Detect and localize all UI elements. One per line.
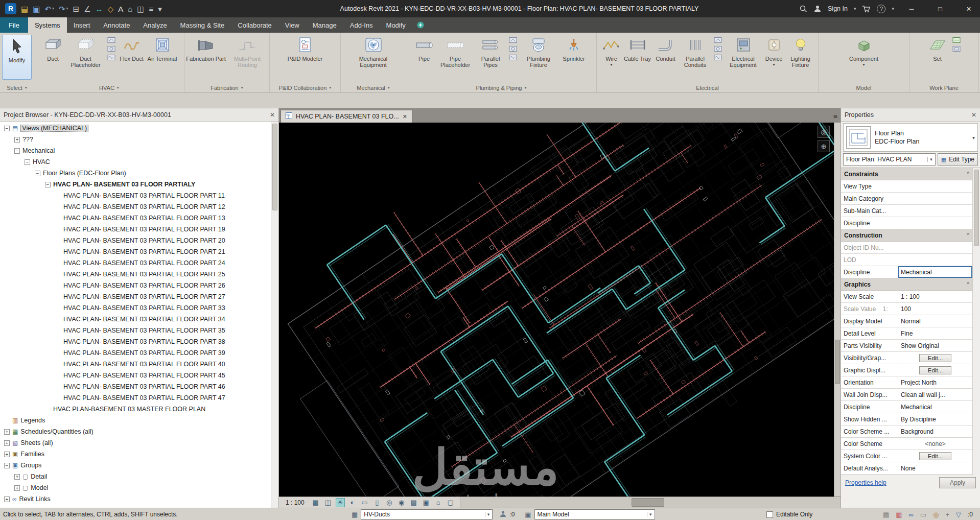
tab-list-button[interactable]: ≡ [833,112,837,121]
editing-requests-icon[interactable]: ▥ [896,511,902,518]
dialog-launcher-icon[interactable]: ▾ [117,85,119,90]
temporary-view-properties-icon[interactable]: ▣ [422,498,431,507]
tree-item[interactable]: HVAC PLAN- BASEMENT 03 PARTIAL FLOOR PAR… [0,291,278,302]
property-value[interactable]: 100 [898,303,972,315]
measure-icon[interactable]: ∠ [84,5,90,13]
pipe-button[interactable]: Pipe [412,34,436,82]
collapse-icon[interactable]: − [4,126,10,131]
canvas-horizontal-scrollbar[interactable] [460,497,841,508]
tree-item[interactable]: HVAC PLAN- BASEMENT 03 PARTIAL FLOOR PAR… [0,336,278,347]
panel-label-hvac[interactable]: HVAC▾ [34,83,184,92]
drawing-canvas[interactable]: مستقل mustaql.com ◎⊕ [279,123,834,497]
collapse-icon[interactable]: − [4,463,10,468]
edit-button[interactable]: Edit... [919,366,951,374]
tree-item[interactable]: +▣Families [0,448,278,460]
tag-icon[interactable]: ◇ [108,5,114,13]
revit-logo[interactable]: R [5,3,16,14]
tree-item[interactable]: HVAC PLAN- BASEMENT 03 PARTIAL FLOOR PAR… [0,280,278,291]
edit-button[interactable]: Edit... [919,452,951,460]
ribbon-tab-file[interactable]: File [0,17,28,33]
editing-requests-person-icon[interactable] [500,510,506,519]
collapse-icon[interactable]: − [25,159,30,165]
ribbon-tab-annotate[interactable]: Annotate [97,17,136,33]
section-collapse-icon[interactable]: ^ [967,232,969,238]
help-icon[interactable]: ? [877,5,885,13]
edit-button[interactable]: Edit... [919,354,951,362]
lighting-fixture-button[interactable]: Lighting Fixture [786,34,815,82]
analytical-model-icon[interactable]: ⌂ [434,498,443,507]
ribbon-tab-modify[interactable]: Modify [380,17,412,33]
select-links-toggle-icon[interactable]: ∞ [908,511,913,518]
crop-view-icon[interactable]: ▭ [360,498,369,507]
collapse-icon[interactable]: − [35,171,40,176]
sprinkler-button[interactable]: Sprinkler [557,34,590,82]
caret-down-icon[interactable]: ▾ [66,7,68,11]
panel-label-workplane[interactable]: Work Plane [909,83,978,92]
pipe-accessory-icon[interactable] [509,45,517,52]
set-work-plane-button[interactable]: Set [925,34,950,82]
dialog-launcher-icon[interactable]: ▾ [388,85,390,90]
panel-label-mechanical[interactable]: Mechanical▾ [341,83,406,92]
tree-item[interactable]: HVAC PLAN- BASEMENT 03 PARTIAL FLOOR PAR… [0,302,278,314]
collapse-icon[interactable]: − [45,182,51,187]
active-workset-dropdown[interactable]: HV-Ducts ▾ [361,509,493,519]
property-value[interactable]: Edit... [898,364,972,376]
duct-fitting-icon[interactable] [107,37,115,43]
panel-label-model[interactable]: Model [819,83,909,92]
apply-button[interactable]: Apply [939,477,976,488]
tree-item[interactable]: −HVAC PLAN- BASEMENT 03 FLOOR PARTIALY [0,179,278,190]
tree-item[interactable]: −HVAC [0,156,278,168]
air-terminal-button[interactable]: Air Terminal [146,34,179,82]
constraints-visibility-icon[interactable]: ▢ [446,498,455,507]
section-collapse-icon[interactable]: ^ [967,281,969,287]
flex-pipe-icon[interactable] [509,54,517,61]
view-tab[interactable]: HVAC PLAN- BASEMENT 03 FLO... ✕ [281,110,412,123]
user-icon[interactable] [813,5,822,13]
property-value[interactable]: 1 : 100 [898,291,972,302]
mechanical-equipment-button[interactable]: Mechanical Equipment [348,34,399,82]
aligned-dimension-icon[interactable]: ↔ [96,5,103,13]
duct-accessory-icon[interactable] [107,45,115,52]
tree-item[interactable]: HVAC PLAN- BASEMENT 03 PARTIAL FLOOR PAR… [0,325,278,336]
redo-icon[interactable]: ↷▾ [59,5,68,13]
ribbon-tab-analyze[interactable]: Analyze [136,17,173,33]
undo-icon[interactable]: ↶▾ [44,5,54,13]
tree-item[interactable]: HVAC PLAN- BASEMENT 03 PARTIAL FLOOR PAR… [0,370,278,381]
tree-item[interactable]: HVAC PLAN- BASEMENT 03 PARTIAL FLOOR PAR… [0,269,278,280]
fabrication-part-button[interactable]: Fabrication Part [185,34,226,82]
property-value[interactable]: By Discipline [898,413,972,425]
help-caret-icon[interactable]: ▾ [892,6,894,11]
detail-level-icon[interactable]: ▦ [311,498,320,507]
pipe-placeholder-button[interactable]: Pipe Placeholder [436,34,475,82]
type-selector-box[interactable]: Floor PlanEDC-Floor Plan ▾ [843,123,978,152]
chevron-down-icon[interactable]: ▾ [972,135,975,140]
edit-type-button[interactable]: ▦ Edit Type [938,153,978,166]
property-value[interactable]: Mechanical [898,266,972,278]
property-value[interactable]: Normal [898,315,972,327]
expand-icon[interactable]: + [4,440,10,446]
tree-item[interactable]: −Floor Plans (EDC-Floor Plan) [0,168,278,179]
tree-item[interactable]: +▢Model [0,482,278,493]
restore-button[interactable]: □ [929,0,951,17]
tree-item[interactable]: −▤Views (MECHANICAL) [0,123,278,134]
ribbon-utility-icon[interactable] [412,17,429,33]
tree-item[interactable]: +▢Detail [0,471,278,482]
editable-only-checkbox[interactable] [766,511,773,518]
properties-help-link[interactable]: Properties help [845,479,886,486]
panel-label-plumbing[interactable]: Plumbing & Piping▾ [406,83,596,92]
reveal-hidden-icon[interactable]: ◉ [397,498,406,507]
device-button[interactable]: Device ▾ [762,34,786,82]
panel-label-fabrication[interactable]: Fabrication▾ [184,83,269,92]
tree-item[interactable]: +∞Revit Links [0,493,278,505]
view-scale-button[interactable]: 1 : 100 [284,499,307,506]
close-panel-icon[interactable]: ✕ [971,111,976,119]
tree-item[interactable]: ▥Legends [0,415,278,426]
select-pinned-toggle-icon[interactable]: ◎ [933,511,939,518]
dialog-launcher-icon[interactable]: ▾ [241,85,243,90]
property-value[interactable]: Show Original [898,340,972,351]
parallel-pipes-button[interactable]: Parallel Pipes [475,34,506,82]
property-value[interactable] [898,254,972,266]
default-3d-view-icon[interactable]: ⌂ [128,5,132,13]
tree-item[interactable]: HVAC PLAN- BASEMENT 03 PARTIAL FLOOR PAR… [0,224,278,235]
pid-modeler-button[interactable]: P&ID Modeler [277,34,333,82]
